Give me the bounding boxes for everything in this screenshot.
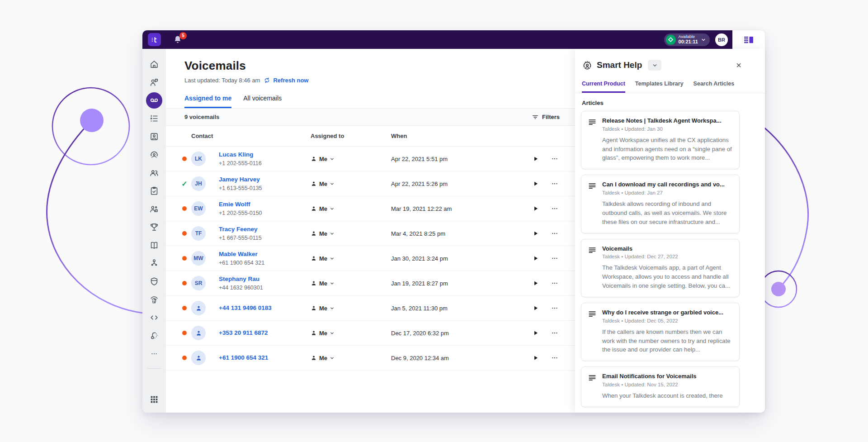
table-row[interactable]: SR Stephany Rau+44 1632 960301 Me Jan 19… xyxy=(166,271,575,296)
contact-name-link[interactable]: Tracy Feeney xyxy=(219,226,311,233)
contact-number-link[interactable]: +353 20 911 6872 xyxy=(219,329,311,337)
row-more-button[interactable] xyxy=(545,229,565,238)
contact-name-link[interactable]: Jamey Harvey xyxy=(219,176,311,183)
tab-assigned-to-me[interactable]: Assigned to me xyxy=(184,95,231,108)
table-row[interactable]: ✓ JH Jamey Harvey+1 613-555-0135 Me Apr … xyxy=(166,171,575,196)
play-button[interactable] xyxy=(527,330,545,336)
contact-name-link[interactable]: Emie Wolff xyxy=(219,201,311,208)
right-dot xyxy=(771,282,786,296)
apps-grid-button[interactable] xyxy=(149,394,159,404)
contact-name-link[interactable]: Mable Walker xyxy=(219,251,311,258)
play-button[interactable] xyxy=(527,355,545,361)
article-card[interactable]: Email Notifications for Voicemails Talde… xyxy=(581,366,740,407)
play-button[interactable] xyxy=(527,181,545,187)
article-card[interactable]: Why do I receive strange or garbled voic… xyxy=(581,303,740,361)
app-window: 5 Available 00:21:11 BR xyxy=(142,30,765,413)
play-button[interactable] xyxy=(527,280,545,286)
play-icon xyxy=(533,181,539,187)
row-more-button[interactable] xyxy=(545,329,565,337)
contact-name-link[interactable]: Stephany Rau xyxy=(219,276,311,283)
article-title: Voicemails xyxy=(602,245,733,253)
sidebar-item-builder[interactable] xyxy=(146,328,162,344)
play-button[interactable] xyxy=(527,305,545,311)
assigned-to-dropdown[interactable]: Me xyxy=(311,355,391,361)
workforce-icon xyxy=(149,204,159,214)
guardian-icon xyxy=(149,276,159,286)
article-card[interactable]: Voicemails Taldesk • Updated: Dec 27, 20… xyxy=(581,239,740,297)
play-button[interactable] xyxy=(527,255,545,261)
table-row[interactable]: MW Mable Walker+61 1900 654 321 Me Jan 3… xyxy=(166,246,575,271)
row-more-button[interactable] xyxy=(545,155,565,163)
panel-toggle-icon[interactable] xyxy=(743,34,755,45)
table-row[interactable]: TF Tracy Feeney+1 667-555-0115 Me Mar 4,… xyxy=(166,221,575,246)
sidebar-item-activities[interactable] xyxy=(146,110,162,127)
person-icon xyxy=(311,355,317,361)
table-row[interactable]: +44 131 9496 0183 Me Jan 5, 2021 11:30 p… xyxy=(166,296,575,321)
assigned-to-dropdown[interactable]: Me xyxy=(311,255,391,262)
agent-assist-icon xyxy=(149,150,159,160)
assigned-to-dropdown[interactable]: Me xyxy=(311,230,391,237)
contact-number-link[interactable]: +61 1900 654 321 xyxy=(219,354,311,361)
new-voicemail-dot xyxy=(182,206,187,211)
assigned-to-dropdown[interactable]: Me xyxy=(311,205,391,212)
assigned-to-dropdown[interactable]: Me xyxy=(311,156,391,162)
smart-help-dropdown-button[interactable] xyxy=(648,60,661,71)
tab-search-articles[interactable]: Search Articles xyxy=(693,81,735,93)
sidebar-item-tasks[interactable] xyxy=(146,183,162,199)
sidebar-item-knowledge[interactable] xyxy=(146,237,162,253)
contact-number-link[interactable]: +44 131 9496 0183 xyxy=(219,304,311,312)
teams-icon xyxy=(149,168,159,178)
play-button[interactable] xyxy=(527,205,545,212)
play-button[interactable] xyxy=(527,230,545,237)
person-icon xyxy=(195,330,202,337)
sidebar-item-conversations[interactable] xyxy=(146,74,162,90)
article-icon xyxy=(588,374,597,383)
sidebar-item-voicemails[interactable] xyxy=(146,92,162,109)
contact-name-link[interactable]: Lucas Kling xyxy=(219,151,311,158)
sidebar-item-guardian[interactable] xyxy=(146,273,162,290)
assigned-to-dropdown[interactable]: Me xyxy=(311,305,391,312)
close-panel-button[interactable]: × xyxy=(736,61,741,70)
sidebar-item-agent-assist[interactable] xyxy=(146,147,162,163)
row-more-button[interactable] xyxy=(545,279,565,287)
row-more-button[interactable] xyxy=(545,354,565,362)
sidebar-item-more[interactable] xyxy=(146,346,162,362)
tab-all-voicemails[interactable]: All voicemails xyxy=(243,95,282,108)
ellipsis-icon xyxy=(551,204,559,213)
assigned-to-dropdown[interactable]: Me xyxy=(311,280,391,287)
row-more-button[interactable] xyxy=(545,254,565,262)
tab-templates-library[interactable]: Templates Library xyxy=(635,81,684,93)
notifications-button[interactable]: 5 xyxy=(173,34,184,45)
row-more-button[interactable] xyxy=(545,204,565,213)
sidebar-item-performance[interactable] xyxy=(146,219,162,235)
table-row[interactable]: EW Emie Wolff+1 202-555-0150 Me Mar 19, … xyxy=(166,196,575,221)
article-card[interactable]: Can I download my call recordings and vo… xyxy=(581,175,740,233)
user-avatar[interactable]: BR xyxy=(715,33,728,46)
availability-selector[interactable]: Available 00:21:11 xyxy=(664,33,710,46)
article-card[interactable]: Release Notes | Talkdesk Agent Workspa..… xyxy=(581,111,740,169)
sidebar-item-studio[interactable] xyxy=(146,255,162,271)
row-more-button[interactable] xyxy=(545,180,565,188)
left-curve xyxy=(47,120,143,313)
table-row[interactable]: +353 20 911 6872 Me Dec 17, 2020 6:32 pm xyxy=(166,321,575,346)
refresh-now-link[interactable]: Refresh now xyxy=(264,77,308,84)
sidebar-item-teams[interactable] xyxy=(146,165,162,181)
sidebar-item-workforce[interactable] xyxy=(146,201,162,217)
article-title: Why do I receive strange or garbled voic… xyxy=(602,309,733,317)
new-voicemail-dot xyxy=(182,256,187,261)
article-snippet: Talkdesk allows recording of inbound and… xyxy=(602,200,733,226)
assigned-to-dropdown[interactable]: Me xyxy=(311,181,391,187)
assigned-to-dropdown[interactable]: Me xyxy=(311,330,391,337)
tab-current-product[interactable]: Current Product xyxy=(582,81,625,93)
row-more-button[interactable] xyxy=(545,304,565,312)
ellipsis-icon xyxy=(551,155,559,163)
sidebar-item-developer[interactable] xyxy=(146,309,162,326)
sidebar-item-home[interactable] xyxy=(146,56,162,72)
table-row[interactable]: LK Lucas Kling+1 202-555-0116 Me Apr 22,… xyxy=(166,147,575,171)
sidebar-item-contacts[interactable] xyxy=(146,128,162,145)
talkdesk-logo[interactable] xyxy=(148,33,161,46)
table-row[interactable]: +61 1900 654 321 Me Dec 9, 2020 12:34 am xyxy=(166,346,575,371)
filters-button[interactable]: Filters xyxy=(532,114,560,121)
sidebar-item-identity[interactable] xyxy=(146,291,162,308)
play-button[interactable] xyxy=(527,156,545,162)
